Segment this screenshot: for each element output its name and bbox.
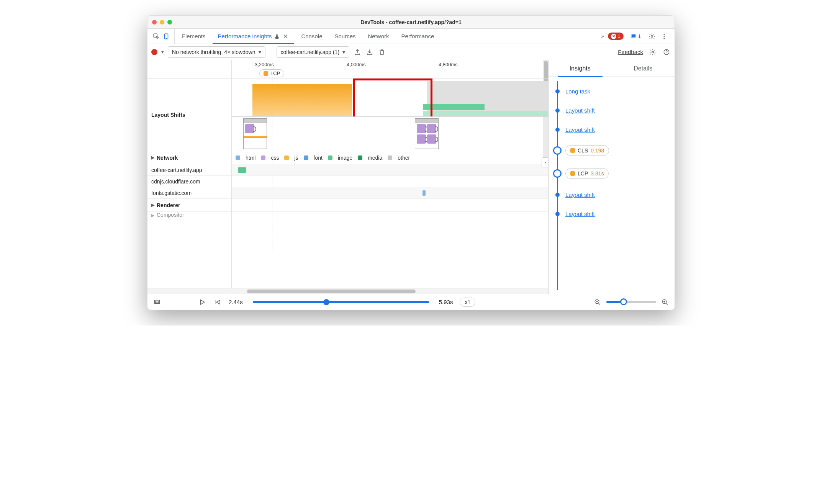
zoom-out-icon[interactable] [593,298,602,306]
svg-point-6 [664,38,665,39]
lcp-swatch-icon [570,171,575,176]
insight-item-layout-shift[interactable]: Layout shift [549,120,671,139]
tabs-overflow-icon[interactable]: » [601,33,604,39]
lcp-swatch-icon [264,71,268,76]
insight-item-cls[interactable]: CLS 0.193 [549,139,671,162]
close-window-button[interactable] [152,20,157,25]
message-icon [630,33,637,39]
cls-swatch-icon [570,148,575,153]
svg-line-13 [598,303,600,305]
net-host-3[interactable]: fonts.gstatic.com [147,187,231,199]
window-title: DevTools - coffee-cart.netlify.app/?ad=1 [360,19,462,25]
recording-select[interactable]: coffee-cart.netlify.app (1) ▾ [277,46,350,58]
throttling-select[interactable]: No network throttling, 4× slowdown ▾ [168,46,265,58]
toolbar-divider [271,47,271,57]
svg-point-4 [664,34,665,35]
delete-icon[interactable] [378,48,386,56]
insights-toolbar: ▾ No network throttling, 4× slowdown ▾ c… [147,44,675,60]
inspect-element-icon[interactable] [152,32,160,41]
devtools-tabs: Elements Performance insights ✕ Console … [147,29,675,44]
net-host-1[interactable]: coffee-cart.netlify.app [147,164,231,176]
svg-line-16 [666,303,668,305]
maximize-window-button[interactable] [167,20,172,25]
legend-swatch-image [328,155,332,160]
insight-item-layout-shift[interactable]: Layout shift [549,204,671,223]
playback-slider[interactable] [253,301,429,303]
device-toolbar-icon[interactable] [162,32,170,41]
tab-sources[interactable]: Sources [329,29,361,44]
close-tab-icon[interactable]: ✕ [282,33,289,40]
insight-item-long-task[interactable]: Long task [549,82,671,101]
selection-highlight [353,79,432,117]
insight-item-layout-shift[interactable]: Layout shift [549,101,671,120]
preview-toggle-icon[interactable] [153,298,161,306]
tab-network[interactable]: Network [363,29,395,44]
horizontal-scrollbar[interactable] [147,288,548,294]
collapse-sidebar-handle[interactable]: › [542,157,548,167]
screenshot-thumbnail[interactable] [415,118,439,149]
tab-console[interactable]: Console [296,29,327,44]
renderer-track[interactable] [232,199,548,212]
screenshots-track[interactable] [232,117,548,151]
playback-end-time: 5.93s [439,299,453,305]
legend-swatch-media [358,155,362,160]
chevron-down-icon: ▾ [342,49,345,55]
network-request-row[interactable] [232,164,548,176]
chevron-down-icon: ▾ [259,49,261,55]
zoom-slider[interactable] [606,301,656,303]
playback-controls: 2.44s 5.93s x1 [147,294,675,310]
network-request-row[interactable] [232,176,548,187]
legend-swatch-js [284,155,289,160]
tab-performance-insights[interactable]: Performance insights ✕ [213,29,295,44]
record-button[interactable] [151,49,157,55]
track-layout-shifts-label: Layout Shifts [147,79,231,151]
settings-gear-icon[interactable] [648,32,656,41]
rewind-to-start-icon[interactable] [213,298,222,306]
svg-point-5 [664,36,665,37]
playback-start-time: 2.44s [229,299,243,305]
track-compositor-label[interactable]: ▶Compositor [147,212,231,219]
sidebar-tab-details[interactable]: Details [612,60,675,77]
legend-swatch-font [304,155,308,160]
minimize-window-button[interactable] [160,20,164,25]
window-titlebar: DevTools - coffee-cart.netlify.app/?ad=1 [147,16,675,29]
messages-badge[interactable]: 1 [627,33,644,40]
sidebar-tab-insights[interactable]: Insights [549,60,612,77]
legend-swatch-css [261,155,265,160]
insights-sidebar: Insights Details Long task Layout shift … [548,60,675,294]
network-request-row[interactable] [232,187,548,199]
import-icon[interactable] [365,48,374,56]
play-icon[interactable] [198,298,206,306]
error-icon: ✕ [611,34,616,39]
insights-timeline-list[interactable]: Long task Layout shift Layout shift CLS … [549,77,675,294]
zoom-in-icon[interactable] [661,298,669,306]
network-legend: html css js font image media other [232,151,548,164]
net-host-2[interactable]: cdnjs.cloudflare.com [147,176,231,187]
flask-icon [274,33,280,39]
panel-settings-gear-icon[interactable] [648,48,657,56]
tab-performance[interactable]: Performance [396,29,440,44]
record-menu-chevron-icon[interactable]: ▾ [161,49,164,55]
svg-point-3 [651,35,653,37]
help-icon[interactable] [662,48,671,56]
kebab-menu-icon[interactable] [660,32,668,41]
svg-point-7 [652,51,654,53]
legend-swatch-other [388,155,392,160]
insight-item-lcp[interactable]: LCP 3.31s [549,162,671,185]
screenshot-thumbnail[interactable] [243,118,267,149]
export-icon[interactable] [353,48,362,56]
insight-item-layout-shift[interactable]: Layout shift [549,185,671,204]
track-network-label[interactable]: ▶Network [147,151,231,164]
feedback-link[interactable]: Feedback [618,49,643,55]
legend-swatch-html [236,155,240,160]
time-ruler[interactable]: 3,200ms 4,000ms 4,800ms LCP [232,60,548,79]
tab-elements[interactable]: Elements [176,29,211,44]
playback-speed-badge[interactable]: x1 [460,298,475,307]
overview-minimap[interactable] [232,79,548,117]
track-renderer-label[interactable]: ▶Renderer [147,199,231,212]
errors-badge[interactable]: ✕ 1 [608,33,624,40]
svg-rect-10 [156,301,159,303]
